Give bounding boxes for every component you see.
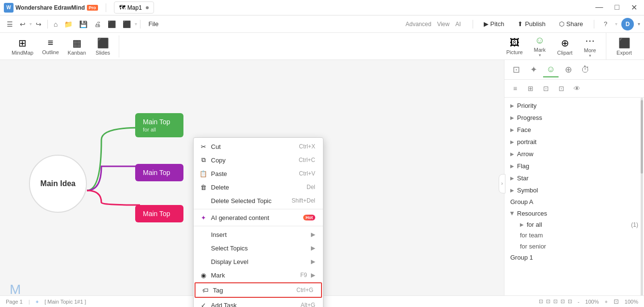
status-icon-2[interactable]: ⊡: [546, 298, 550, 305]
picture-tool[interactable]: 🖼 Picture: [503, 35, 527, 57]
pro-badge: Pro: [87, 5, 98, 11]
status-icon-5[interactable]: ⊡: [568, 298, 572, 305]
panel-row-star[interactable]: ▶ Star: [504, 172, 644, 184]
ctx-select-topics[interactable]: Select Topics ▶: [194, 241, 323, 255]
close-button[interactable]: ✕: [628, 2, 640, 13]
panel-row-priority[interactable]: ▶ Priority: [504, 100, 644, 112]
mark-tool[interactable]: ☺ Mark ▾: [528, 33, 552, 59]
node-label-2: Main Top: [143, 169, 176, 176]
undo-button[interactable]: ↩: [17, 18, 28, 30]
resources-chevron: ▶: [510, 212, 515, 216]
ctx-delete-topic-label: Delete Selected Topic: [211, 197, 288, 205]
panel-sub-resize[interactable]: ⊡: [539, 82, 553, 95]
redo-button[interactable]: ↪: [33, 18, 44, 30]
share-button[interactable]: ⬡ Share: [554, 18, 588, 29]
canvas-area[interactable]: Main Idea Main Top for all Main Top Main…: [0, 60, 504, 307]
outline-tool[interactable]: ≡ Outline: [38, 35, 63, 57]
priority-label: Priority: [517, 102, 638, 109]
status-zoom-out[interactable]: -: [578, 299, 580, 305]
kanban-tool[interactable]: ▦ Kanban: [64, 35, 90, 58]
pitch-button[interactable]: ▶ Pitch: [479, 18, 509, 29]
node-pink-3[interactable]: Main Top: [135, 205, 183, 222]
status-icon-4[interactable]: ⊡: [560, 298, 565, 305]
panel-for-senior[interactable]: for senior: [504, 241, 644, 252]
ctx-insert[interactable]: Insert ▶: [194, 228, 323, 241]
mark-label: Mark: [534, 47, 546, 53]
panel-row-symbol[interactable]: ▶ Symbol: [504, 184, 644, 196]
ctx-ai[interactable]: ✦ AI generated content Hot: [194, 211, 323, 224]
panel-row-flag[interactable]: ▶ Flag: [504, 160, 644, 172]
menu-file[interactable]: File: [143, 18, 163, 29]
import-button[interactable]: ⬛: [120, 18, 134, 30]
ctx-copy[interactable]: ⧉ Copy Ctrl+C: [194, 153, 323, 167]
export-menu-button[interactable]: ⬛: [105, 18, 119, 30]
for-senior-label: for senior: [520, 243, 546, 250]
panel-tab-task[interactable]: ⊕: [560, 62, 576, 77]
main-idea-node[interactable]: Main Idea: [29, 155, 87, 213]
clipart-tool[interactable]: ⊕ Clipart: [553, 35, 577, 58]
advanced-tab[interactable]: Advanced: [406, 21, 431, 28]
open-button[interactable]: 📁: [61, 18, 75, 30]
panel-row-face[interactable]: ▶ Face: [504, 124, 644, 136]
save-button[interactable]: 💾: [76, 18, 90, 30]
menu-sep-4: [594, 20, 594, 29]
ctx-add-task[interactable]: ✓ Add Task Alt+G: [194, 298, 323, 307]
status-icon-3[interactable]: ⊡: [553, 298, 558, 305]
panel-row-resources[interactable]: ▶ Resources: [504, 207, 644, 219]
maximize-button[interactable]: □: [612, 2, 622, 13]
ctx-cut[interactable]: ✂ Cut Ctrl+X: [194, 140, 323, 153]
status-fit[interactable]: ⊡: [614, 298, 619, 305]
node-purple-2[interactable]: Main Top: [135, 164, 183, 181]
export-tool[interactable]: ⬛ Export: [612, 35, 636, 58]
panel-sub-grid[interactable]: ⊞: [524, 82, 537, 95]
more-tool[interactable]: ⋯ More ▾: [578, 33, 602, 60]
panel-row-arrow[interactable]: ▶ Arrow: [504, 148, 644, 160]
tab-map1[interactable]: 🗺 Map1: [114, 1, 154, 14]
panel-row-portrait[interactable]: ▶ portrait: [504, 136, 644, 148]
ctx-delete-topic[interactable]: Delete Selected Topic Shift+Del: [194, 194, 323, 207]
mindmap-tool[interactable]: ⊞ MindMap: [8, 35, 37, 58]
outline-label: Outline: [42, 49, 59, 55]
publish-button[interactable]: ⬆ Publish: [513, 18, 550, 29]
status-icon-1[interactable]: ⊡: [539, 298, 543, 305]
sidebar-toggle[interactable]: ☰: [4, 18, 16, 30]
panel-tab-time[interactable]: ⏱: [578, 62, 593, 77]
help-button[interactable]: ?: [600, 18, 611, 29]
panel-tab-format[interactable]: ⊡: [508, 62, 524, 77]
panel-scrollbar[interactable]: [641, 98, 643, 307]
ctx-mark[interactable]: ◉ Mark F9 ▶: [194, 268, 323, 282]
view-tab[interactable]: View: [437, 21, 449, 28]
print-button[interactable]: 🖨: [91, 18, 104, 30]
home-button[interactable]: ⌂: [51, 18, 60, 30]
ctx-display-level[interactable]: Display Level ▶: [194, 255, 323, 268]
panel-for-all-row[interactable]: ▶ for all (1): [504, 219, 644, 230]
panel-collapse-button[interactable]: ›: [499, 174, 505, 193]
priority-chevron: ▶: [510, 103, 514, 108]
panel-tab-mark[interactable]: ☺: [543, 62, 559, 77]
node-green-1[interactable]: Main Top for all: [135, 113, 183, 137]
ai-tab[interactable]: AI: [455, 21, 461, 28]
cut-icon: ✂: [199, 143, 207, 150]
status-zoom-in[interactable]: +: [604, 299, 607, 305]
main-idea-label: Main Idea: [41, 179, 76, 188]
arrow-chevron: ▶: [510, 151, 514, 157]
panel-sub-share[interactable]: ⊡: [555, 82, 568, 95]
panel-tab-ai[interactable]: ✦: [526, 62, 541, 77]
ctx-tag[interactable]: 🏷 Tag Ctrl+G: [195, 282, 322, 298]
minimize-button[interactable]: —: [592, 2, 606, 13]
panel-sub-eye[interactable]: 👁: [570, 82, 584, 95]
insert-icon: [199, 231, 207, 238]
picture-label: Picture: [506, 49, 523, 55]
for-all-label: for all: [527, 221, 542, 228]
panel-row-progress[interactable]: ▶ Progress: [504, 112, 644, 124]
panel-for-team[interactable]: for team: [504, 230, 644, 241]
group-1-label: Group 1: [504, 252, 644, 263]
delete-icon: 🗑: [199, 183, 207, 191]
ctx-mark-shortcut: F9: [300, 272, 307, 278]
ctx-delete[interactable]: 🗑 Delete Del: [194, 180, 323, 194]
status-add-page[interactable]: +: [36, 299, 39, 305]
slides-tool[interactable]: ⬛ Slides: [91, 35, 115, 58]
user-avatar[interactable]: D: [621, 18, 634, 30]
panel-sub-list[interactable]: ≡: [508, 82, 522, 95]
ctx-paste[interactable]: 📋 Paste Ctrl+V: [194, 167, 323, 180]
